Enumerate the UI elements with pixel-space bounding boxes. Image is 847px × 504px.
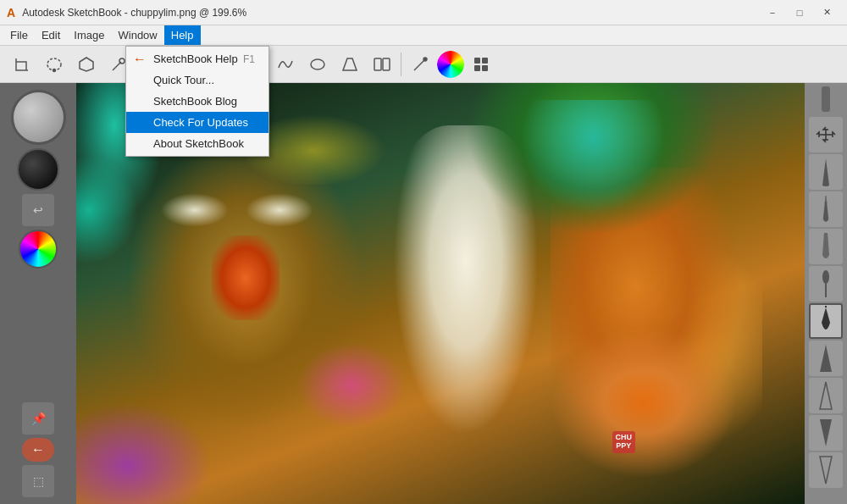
brush-type-9[interactable] — [809, 452, 843, 488]
stamp-tool[interactable]: 📌 — [22, 402, 54, 435]
crop-tool-button[interactable] — [7, 49, 37, 80]
svg-point-3 — [119, 58, 125, 64]
yellow-swirl — [246, 100, 415, 185]
menu-file[interactable]: File — [3, 25, 35, 45]
brush-type-3[interactable] — [809, 229, 843, 264]
menu-check-updates[interactable]: Check For Updates — [126, 112, 268, 133]
right-scroll-top[interactable] — [822, 86, 830, 112]
svg-point-11 — [311, 59, 324, 69]
toolbar-separator-2 — [401, 53, 401, 76]
menu-sketchbook-help[interactable]: SketchBook Help F1 — [126, 48, 268, 69]
maximize-button[interactable]: □ — [786, 0, 813, 25]
title-bar: A Autodesk SketchBook - chuppylim.png @ … — [0, 0, 847, 25]
app-logo: A — [7, 6, 15, 19]
back-arrow-icon: ← — [133, 52, 147, 67]
menu-quick-tour[interactable]: Quick Tour... — [126, 69, 268, 91]
svg-rect-19 — [482, 65, 488, 71]
undo-icon[interactable]: ↩ — [22, 194, 54, 226]
perspective-tool-button[interactable] — [335, 49, 365, 80]
menu-about[interactable]: About SketchBook — [126, 133, 268, 154]
ellipse-tool-button[interactable] — [302, 49, 333, 80]
svg-rect-14 — [383, 58, 390, 70]
back-nav-button[interactable]: ← — [22, 438, 54, 462]
brush-type-6[interactable] — [809, 341, 843, 376]
layers-panel-button[interactable] — [466, 49, 496, 80]
menu-image[interactable]: Image — [67, 25, 111, 45]
menu-edit[interactable]: Edit — [35, 25, 67, 45]
title-bar-controls: − □ ✕ — [759, 0, 840, 25]
title-bar-left: A Autodesk SketchBook - chuppylim.png @ … — [7, 6, 246, 19]
svg-marker-12 — [343, 58, 357, 70]
brush-size-dial[interactable] — [11, 90, 66, 145]
svg-rect-17 — [482, 58, 488, 64]
close-button[interactable]: ✕ — [813, 0, 840, 25]
layers-left-button[interactable]: ⬚ — [22, 465, 54, 497]
brush-type-7[interactable] — [809, 378, 843, 413]
right-panel — [805, 83, 847, 504]
svg-rect-13 — [374, 58, 381, 70]
svg-rect-16 — [474, 58, 480, 64]
flame-element — [212, 235, 280, 320]
mirror-tool-button[interactable] — [367, 49, 397, 80]
opacity-control[interactable] — [17, 148, 59, 191]
face-eye-left — [161, 193, 229, 227]
svg-point-15 — [424, 58, 427, 61]
svg-marker-2 — [80, 58, 93, 71]
brush-type-1[interactable] — [809, 154, 843, 190]
title-bar-title: Autodesk SketchBook - chuppylim.png @ 19… — [22, 7, 246, 19]
face-eye-right — [246, 193, 313, 227]
polygon-select-button[interactable] — [71, 49, 102, 80]
color-wheel-button[interactable] — [437, 51, 464, 78]
move-tool-right[interactable] — [809, 117, 843, 152]
menu-blog[interactable]: SketchBook Blog — [126, 91, 268, 112]
help-dropdown: ← SketchBook Help F1 Quick Tour... Sketc… — [125, 46, 269, 157]
brush-tool-button[interactable] — [405, 49, 435, 80]
left-panel: ↩ 📌 ← ⬚ — [0, 83, 76, 504]
pink-flowers — [288, 335, 415, 436]
menu-window[interactable]: Window — [112, 25, 164, 45]
brush-type-8[interactable] — [809, 415, 843, 451]
svg-marker-24 — [820, 382, 832, 409]
brush-type-5-active[interactable] — [809, 303, 843, 339]
svg-point-1 — [53, 69, 56, 71]
svg-marker-23 — [820, 345, 832, 372]
purple-element — [76, 377, 246, 504]
teal-top — [508, 100, 678, 227]
color-wheel-left[interactable] — [19, 230, 58, 269]
svg-rect-18 — [474, 65, 480, 71]
minimize-button[interactable]: − — [759, 0, 786, 25]
watermark: CHU PPY — [612, 431, 636, 453]
svg-marker-26 — [820, 457, 832, 484]
brush-type-2[interactable] — [809, 191, 843, 227]
lasso-tool-button[interactable] — [39, 49, 69, 80]
svg-marker-25 — [820, 419, 832, 446]
orange-feathers — [551, 326, 737, 479]
svg-point-20 — [822, 270, 829, 284]
menu-bar: File Edit Image Window Help ← SketchBook… — [0, 25, 847, 46]
curve-tool-button[interactable] — [270, 49, 301, 80]
brush-type-4[interactable] — [809, 266, 843, 302]
menu-help[interactable]: Help — [164, 25, 201, 45]
